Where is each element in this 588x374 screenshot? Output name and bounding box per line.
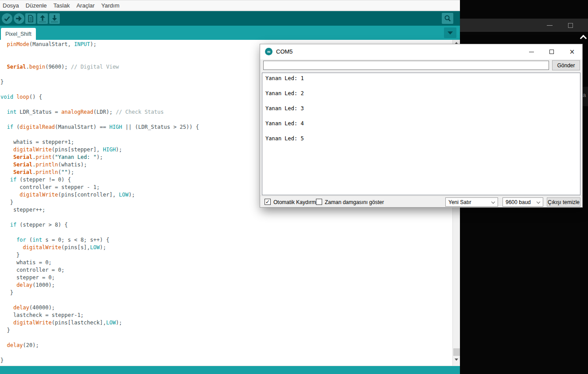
stray-text: a	[583, 92, 586, 98]
code-line	[0, 334, 452, 342]
background-window-titlebar	[460, 19, 588, 32]
arrow-up-tray-icon	[37, 13, 48, 24]
code-line: }	[0, 327, 452, 334]
chevron-down-icon	[448, 31, 453, 35]
menu-item[interactable]: Dosya	[3, 2, 19, 9]
serial-output-line	[265, 112, 577, 120]
baud-rate-dropdown[interactable]: 9600 baud	[502, 197, 543, 207]
line-ending-value: Yeni Satır	[448, 199, 471, 205]
code-line: lastcheck = stepper-1;	[0, 312, 452, 319]
maximize-button[interactable]	[541, 44, 562, 59]
serial-send-input[interactable]	[263, 61, 549, 70]
serial-output-line: Yanan Led: 1	[265, 75, 577, 82]
check-icon	[2, 13, 12, 24]
upload-button[interactable]	[14, 13, 24, 24]
autoscroll-label: Otomatik Kaydırma	[273, 199, 319, 205]
send-button[interactable]: Gönder	[552, 60, 580, 70]
scroll-down-button[interactable]	[453, 356, 460, 363]
code-line: for (int s = 0; s < 8; s++) {	[0, 236, 452, 244]
code-line: }	[0, 289, 452, 297]
menu-item[interactable]: Taslak	[54, 2, 70, 9]
minimize-button[interactable]	[521, 44, 541, 59]
new-sketch-button[interactable]	[25, 13, 36, 24]
arrow-down-tray-icon	[49, 13, 60, 24]
code-line: digitalWrite(pins[lastcheck],LOW);	[0, 319, 452, 327]
minimize-icon[interactable]	[547, 25, 553, 26]
verify-button[interactable]	[2, 13, 12, 24]
menu-bar: DosyaDüzenleTaslakAraçlarYardım	[0, 0, 460, 11]
code-line: delay(20);	[0, 342, 452, 349]
serial-monitor-window: ∞ COM5 × Gönder Yanan Led: 1 Yanan Led: …	[260, 44, 583, 208]
code-line: }	[0, 251, 452, 259]
maximize-icon	[549, 50, 554, 54]
clear-output-button[interactable]: Çıkışı temizle	[547, 197, 580, 207]
tab-pixel-shift[interactable]: Pixel_Shift	[1, 28, 36, 40]
open-sketch-button[interactable]	[37, 13, 48, 24]
code-line: }	[0, 357, 452, 364]
serial-output-line: Yanan Led: 2	[265, 90, 577, 97]
toolbar	[0, 11, 460, 26]
code-line	[0, 229, 452, 236]
chevron-down-icon	[537, 200, 540, 204]
serial-output-line	[265, 82, 577, 90]
arduino-app-icon: ∞	[265, 48, 273, 55]
line-ending-dropdown[interactable]: Yeni Satır	[445, 197, 498, 207]
menu-item[interactable]: Araçlar	[76, 2, 94, 9]
maximize-icon[interactable]	[568, 23, 573, 28]
chevron-up-icon[interactable]	[580, 35, 587, 42]
window-title: COM5	[276, 48, 293, 55]
scrollbar-thumb[interactable]	[453, 348, 460, 356]
baud-rate-value: 9600 baud	[506, 199, 531, 205]
serial-output-line: Yanan Led: 5	[265, 135, 577, 143]
serial-output-area: Yanan Led: 1 Yanan Led: 2 Yanan Led: 3 Y…	[262, 73, 580, 195]
document-icon	[25, 13, 36, 24]
arrow-right-icon	[14, 13, 24, 24]
code-line: controller = 0;	[0, 266, 452, 274]
tab-bar: Pixel_Shift	[0, 26, 460, 40]
code-line: whatis = 0;	[0, 259, 452, 266]
serial-output-line	[265, 97, 577, 105]
code-line: digitalWrite(pins[s],LOW);	[0, 244, 452, 251]
menu-item[interactable]: Yardım	[101, 2, 120, 9]
serial-output-line: Yanan Led: 4	[265, 120, 577, 127]
code-line	[0, 349, 452, 357]
ide-status-bar	[0, 366, 460, 374]
code-line	[0, 214, 452, 221]
chevron-down-icon	[491, 200, 495, 204]
arrow-down-icon	[455, 359, 458, 361]
menu-item[interactable]: Düzenle	[26, 2, 47, 9]
autoscroll-checkbox[interactable]	[265, 199, 271, 205]
serial-monitor-button[interactable]	[442, 13, 453, 24]
code-line: delay(1000);	[0, 281, 452, 289]
code-line: if (stepper > 8) {	[0, 221, 452, 229]
close-button[interactable]: ×	[562, 44, 582, 59]
code-line: delay(40000);	[0, 304, 452, 312]
serial-monitor-bottom-bar: Otomatik Kaydırma Zaman damgasını göster…	[260, 196, 582, 207]
serial-output-line: Yanan Led: 3	[265, 105, 577, 112]
timestamp-checkbox[interactable]	[316, 199, 322, 205]
tab-list-button[interactable]	[444, 27, 456, 38]
serial-monitor-titlebar: ∞ COM5 ×	[260, 44, 582, 59]
timestamp-label: Zaman damgasını göster	[325, 199, 384, 205]
code-line: stepper = 0;	[0, 274, 452, 281]
serial-output-line	[265, 127, 577, 135]
minimize-icon	[529, 52, 534, 52]
save-sketch-button[interactable]	[49, 13, 60, 24]
magnifier-icon	[442, 13, 453, 24]
code-line	[0, 297, 452, 304]
